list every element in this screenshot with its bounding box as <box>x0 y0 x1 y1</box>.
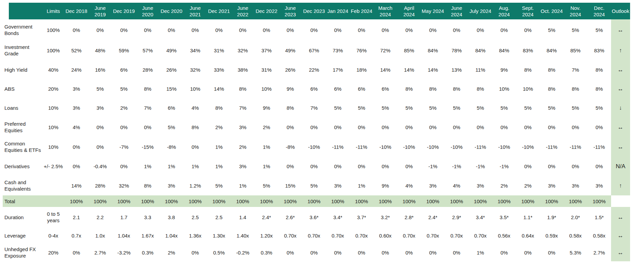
value-cell: 31% <box>255 60 278 79</box>
value-cell: 0% <box>183 19 207 40</box>
value-cell: 5% <box>492 98 516 117</box>
value-cell: 0% <box>278 117 302 137</box>
value-cell: 2.7% <box>587 244 611 261</box>
value-cell: 0% <box>445 19 468 40</box>
value-cell: 1.40x <box>231 227 255 244</box>
value-cell: 100% <box>445 195 468 207</box>
value-cell: -11% <box>564 137 587 157</box>
value-cell: 8% <box>540 79 564 98</box>
value-cell: -11% <box>326 137 350 157</box>
value-cell: 3% <box>326 176 350 195</box>
table-header: LimitsDec 2018June 2019Dec 2019June 2020… <box>3 3 630 19</box>
value-cell: 1.36x <box>183 227 207 244</box>
value-cell: -10% <box>445 137 468 157</box>
value-cell: 100% <box>160 195 183 207</box>
value-cell: 0% <box>231 19 255 40</box>
period-column-header: Dec 2019 <box>112 3 136 19</box>
table-row-duration: Duration0 to 5 years2.12.21.73.33.82.52.… <box>3 207 630 227</box>
value-cell: 100% <box>564 195 587 207</box>
value-cell: 48% <box>88 40 112 60</box>
value-cell: 0.70x <box>350 227 373 244</box>
value-cell: 15% <box>160 79 183 98</box>
value-cell: 5% <box>160 117 183 137</box>
value-cell: 5% <box>302 176 326 195</box>
value-cell: 100% <box>112 195 136 207</box>
value-cell: 1.5* <box>587 207 611 227</box>
value-cell: 2% <box>255 117 278 137</box>
value-cell: 34% <box>183 40 207 60</box>
value-cell: 10% <box>255 79 278 98</box>
limit-cell: 10% <box>42 117 65 137</box>
value-cell: 6% <box>350 79 373 98</box>
row-label-high-yield: High Yield <box>3 60 42 79</box>
value-cell: 100% <box>88 195 112 207</box>
value-cell: 1% <box>468 244 492 261</box>
value-cell: 85% <box>397 40 421 60</box>
value-cell: 2.2 <box>88 207 112 227</box>
value-cell: 0% <box>112 117 136 137</box>
value-cell: 5% <box>255 176 278 195</box>
value-cell: 72% <box>373 40 397 60</box>
value-cell: 2.0* <box>564 207 587 227</box>
outlook-cell-investment-grade: ↑ <box>611 40 630 60</box>
value-cell: -10% <box>397 137 421 157</box>
value-cell: 1% <box>255 157 278 176</box>
outlook-cell-preferred-equities: ↔ <box>611 117 630 137</box>
value-cell: 8% <box>540 60 564 79</box>
value-cell: 3% <box>468 176 492 195</box>
period-column-header: Oct. 2024 <box>540 3 564 19</box>
value-cell: 2% <box>231 137 255 157</box>
value-cell: 0% <box>65 19 88 40</box>
value-cell: 10% <box>516 79 540 98</box>
value-cell: 3% <box>160 176 183 195</box>
value-cell: 16% <box>88 60 112 79</box>
value-cell: 0% <box>373 19 397 40</box>
value-cell: 0% <box>136 117 160 137</box>
value-cell: 10% <box>492 79 516 98</box>
table-row-loans: Loans10%3%3%2%7%6%4%8%7%9%8%7%5%5%5%5%5%… <box>3 98 630 117</box>
value-cell: 2.7% <box>88 244 112 261</box>
value-cell: 0% <box>587 157 611 176</box>
value-cell: 0.64x <box>516 227 540 244</box>
value-cell: 2.5 <box>183 207 207 227</box>
value-cell: 0% <box>65 137 88 157</box>
value-cell: 1.7 <box>112 207 136 227</box>
value-cell: 0% <box>421 117 445 137</box>
value-cell: 2.9* <box>445 207 468 227</box>
value-cell: 8% <box>278 98 302 117</box>
value-cell: 1% <box>183 157 207 176</box>
table-row-cash-and-equivalents: Cash and Equivalents14%28%32%8%3%1.2%5%1… <box>3 176 630 195</box>
value-cell: 0% <box>445 244 468 261</box>
value-cell: 8% <box>516 60 540 79</box>
value-cell: 8% <box>136 79 160 98</box>
value-cell: 2% <box>112 98 136 117</box>
value-cell: 2% <box>207 117 231 137</box>
portfolio-allocation-page: LimitsDec 2018June 2019Dec 2019June 2020… <box>0 0 644 263</box>
value-cell: 0% <box>397 19 421 40</box>
value-cell: 100% <box>397 195 421 207</box>
value-cell: 0.58x <box>587 227 611 244</box>
value-cell: 28% <box>88 176 112 195</box>
value-cell: 8% <box>397 79 421 98</box>
period-column-header: March 2024 <box>373 3 397 19</box>
value-cell: 84% <box>421 40 445 60</box>
value-cell: 0% <box>65 244 88 261</box>
value-cell: 0% <box>88 137 112 157</box>
value-cell: 5.3% <box>564 244 587 261</box>
limit-cell: 20% <box>42 244 65 261</box>
value-cell: 0% <box>88 19 112 40</box>
value-cell: 14% <box>373 60 397 79</box>
value-cell: 14% <box>421 60 445 79</box>
value-cell: 1.04x <box>160 227 183 244</box>
value-cell: 5% <box>350 98 373 117</box>
value-cell: 73% <box>326 40 350 60</box>
value-cell: 78% <box>445 40 468 60</box>
value-cell: 0% <box>302 157 326 176</box>
value-cell: 8% <box>468 79 492 98</box>
value-cell: 1% <box>207 157 231 176</box>
value-cell: 8% <box>183 117 207 137</box>
value-cell: 0% <box>468 19 492 40</box>
value-cell: 2.8* <box>397 207 421 227</box>
value-cell: 5% <box>540 98 564 117</box>
value-cell: 0% <box>540 244 564 261</box>
